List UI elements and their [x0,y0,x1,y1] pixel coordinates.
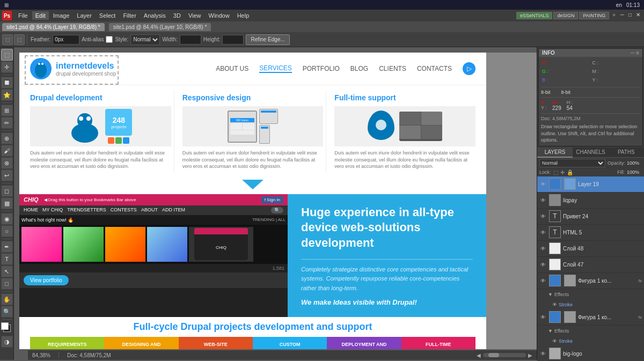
selection-tool[interactable]: ⬚ [1,49,13,61]
tab-layer10[interactable]: site1.psd @ 84,4% (Layer 10, RGB/8) * [109,23,211,31]
essentials-btn[interactable]: eSSeNTIALS [516,12,553,19]
layer-item-figura2[interactable]: 👁 Фигура 1 ко... fx [537,310,644,326]
magic-wand[interactable]: ⭐ [1,89,13,101]
menu-3d[interactable]: 3D [170,11,184,20]
eye-figura2[interactable]: 👁 [539,313,547,321]
info-panel-controls[interactable]: ─ ≡ [631,50,639,56]
layer-item-48[interactable]: 👁 Слой 48 [537,241,644,257]
feather-input[interactable] [53,35,79,45]
brush-tool[interactable]: 🖌 [1,145,13,157]
refine-edge-btn[interactable]: Refine Edge... [246,34,289,45]
product-3[interactable] [105,227,145,262]
nav-trendsetters[interactable]: TRENDSETTERS [67,207,106,213]
layer-item-figura1[interactable]: 👁 Фигура 1 ко... fx [537,273,644,289]
layer-item-biglogo[interactable]: 👁 big-logo [537,346,644,361]
spot-heal[interactable]: ⊕ [1,132,13,144]
nav-about-nav[interactable]: ABOUT [141,207,158,213]
dodge-tool[interactable]: ○ [1,225,13,237]
close-btn[interactable]: ✕ [634,12,642,19]
nav-home[interactable]: HOME [24,207,38,213]
type-tool[interactable]: T [1,253,13,265]
search-bar[interactable]: 🔍 [271,207,283,213]
effects-toggle1[interactable]: ▼ [548,292,553,297]
scroll-controls[interactable]: ◀ ▶ [477,352,532,358]
gradient-tool[interactable]: ▦ [1,197,13,209]
maximize-btn[interactable]: □ [627,12,633,19]
path-select[interactable]: ↖ [1,266,13,277]
style-select[interactable]: Normal [130,34,160,45]
marquee-tool[interactable]: ⬚ [2,34,13,45]
eye-liqpay[interactable]: 👁 [539,196,547,204]
eye-48[interactable]: 👁 [539,245,547,252]
hand-tool[interactable]: ✋ [1,293,13,305]
lock-pixel-icon[interactable]: ⬚ [553,170,558,175]
zoom-tool[interactable]: 🔍 [1,306,13,318]
nav-contests[interactable]: CONTESTS [111,207,137,213]
lock-all-icon[interactable]: 🔒 [567,170,573,175]
lock-position-icon[interactable]: ✛ [560,170,565,175]
nav-add-item[interactable]: ADD ITEM [162,207,185,213]
nav-portfolio[interactable]: PORTFOLIO [303,65,340,72]
layer-item-privet[interactable]: 👁 T Привет 24 [537,209,644,225]
layer-item-19[interactable]: 👁 Layer 19 [537,176,644,193]
nav-services[interactable]: SERVICES [259,64,291,73]
nav-my-chiq[interactable]: MY CHIQ [42,207,63,213]
lasso-tool[interactable]: 🔲 [1,77,13,89]
tab-layers[interactable]: LAYERS [537,148,573,158]
tab-layer19[interactable]: site1.psd @ 84,4% (Layer 19, RGB/8) * [2,23,105,31]
product-2[interactable] [63,227,104,262]
blend-mode-select[interactable]: Normal [539,159,605,167]
anti-alias-checkbox[interactable] [106,36,113,43]
pen-tool[interactable]: ✒ [1,241,13,253]
blur-tool[interactable]: ◉ [1,213,13,225]
crop-tool[interactable]: ⊞ [1,105,13,116]
eye-figura1[interactable]: 👁 [539,277,547,284]
menu-image[interactable]: Image [50,11,73,20]
info-panel-menu[interactable]: ≡ [636,50,639,56]
product-1[interactable] [21,227,62,262]
eyedropper[interactable]: ✏ [1,117,13,129]
view-portfolio-btn[interactable]: View portfolio [24,275,69,285]
menu-filter[interactable]: Filter [120,11,139,20]
layer-item-html5[interactable]: 👁 T HTML 5 [537,225,644,241]
panel-expand[interactable]: » [610,12,618,19]
product-4[interactable] [147,227,187,262]
tab-channels[interactable]: CHANNELS [573,148,608,158]
eye-html5[interactable]: 👁 [539,229,547,236]
marquee-tool-2[interactable]: ⬚ [14,34,25,45]
start-menu[interactable]: ⊞ [4,2,9,8]
eye-privet[interactable]: 👁 [539,212,547,220]
eye-biglogo[interactable]: 👁 [539,350,547,357]
menu-window[interactable]: Window [206,11,233,20]
move-tool[interactable]: ✛ [1,61,13,73]
clone-stamp[interactable]: ⊗ [1,157,13,169]
menu-view[interactable]: View [185,11,204,20]
color-swatches[interactable] [1,322,13,334]
menu-edit[interactable]: Edit [32,11,49,20]
menu-layer[interactable]: Layer [74,11,95,20]
width-input[interactable] [180,35,201,45]
menu-analysis[interactable]: Analysis [141,11,169,20]
eye-47[interactable]: 👁 [539,261,547,268]
minimize-btn[interactable]: ─ [619,12,626,19]
nav-about[interactable]: ABOUT US [216,65,248,72]
layer-item-liqpay[interactable]: 👁 liqpay [537,193,644,209]
eraser-tool[interactable]: ◻ [1,185,13,197]
design-btn[interactable]: deSIGN [553,12,578,19]
eye-stroke1[interactable]: 👁 [552,302,557,307]
nav-clients[interactable]: CLIENTS [379,65,406,72]
menu-file[interactable]: File [15,11,31,20]
shape-tool[interactable]: □ [1,278,13,290]
eye-stroke2[interactable]: 👁 [552,338,557,344]
menu-help[interactable]: Help [234,11,253,20]
info-panel-collapse[interactable]: ─ [631,50,634,56]
nav-contacts[interactable]: CONTACTS [417,65,452,72]
menu-select[interactable]: Select [96,11,119,20]
tab-paths[interactable]: PATHS [609,148,644,158]
painting-btn[interactable]: PAINTING [579,12,609,19]
facebook-btn[interactable]: f Sign In [261,196,283,203]
nav-blog[interactable]: BLOG [350,65,368,72]
eye-19[interactable]: 👁 [539,180,547,188]
layer-item-47[interactable]: 👁 Слой 47 [537,257,644,273]
quick-mask[interactable]: ◑ [1,336,13,348]
